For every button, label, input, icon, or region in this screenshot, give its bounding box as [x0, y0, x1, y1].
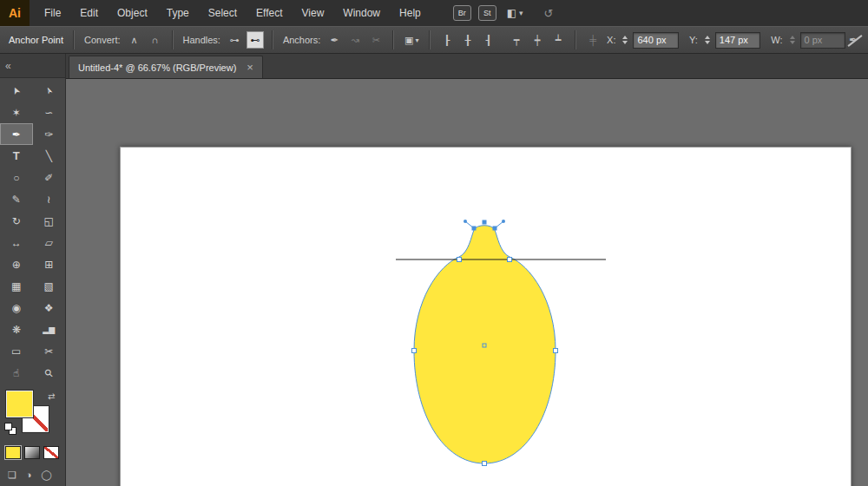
collapse-panel-icon[interactable]: « — [5, 60, 11, 72]
chevron-down-icon: ▾ — [415, 36, 418, 44]
anchor-point[interactable] — [554, 349, 558, 353]
lasso-tool[interactable]: ∽ — [33, 102, 66, 123]
gradient-mode-button[interactable] — [24, 446, 40, 459]
hand-tool[interactable]: ☝ — [0, 362, 33, 384]
scale-tool[interactable]: ◱ — [33, 210, 66, 232]
w-stepper — [790, 36, 795, 44]
select-similar-button[interactable]: ▣ ▾ — [402, 31, 421, 49]
menu-type[interactable]: Type — [157, 0, 199, 26]
menu-file[interactable]: File — [35, 0, 70, 26]
document-tab[interactable]: Untitled-4* @ 66.67% (RGB/Preview) × — [69, 56, 263, 78]
mesh-tool[interactable]: ▦ — [0, 275, 33, 297]
x-input[interactable]: 640 px — [633, 32, 678, 49]
artboard-tool[interactable]: ▭ — [0, 340, 33, 362]
handle-dot[interactable] — [502, 220, 505, 223]
anchor-point-selected[interactable] — [483, 220, 487, 225]
convert-to-smooth-button[interactable]: ∩ — [147, 31, 164, 49]
draw-behind-icon[interactable]: ◑ — [26, 470, 32, 481]
cut-path-button[interactable]: ✂ — [367, 31, 385, 49]
y-label: Y: — [689, 35, 698, 45]
perspective-grid-tool-icon: ⊞ — [44, 259, 53, 271]
rotate-tool[interactable]: ↻ — [0, 210, 33, 232]
ellipse-tool-icon: ○ — [13, 172, 19, 184]
align-horizontal-left-button[interactable]: ┠ — [438, 31, 456, 49]
hide-handles-button[interactable]: ⊶ — [226, 31, 243, 49]
shaper-tool[interactable]: ≀ — [33, 188, 66, 210]
paintbrush-tool-icon: ✐ — [44, 172, 53, 184]
color-mode-button[interactable] — [5, 446, 21, 459]
lemon-shape[interactable] — [414, 226, 556, 463]
y-input[interactable]: 147 px — [715, 32, 760, 49]
menu-object[interactable]: Object — [108, 0, 157, 26]
menu-window[interactable]: Window — [333, 0, 390, 26]
eyedropper-tool[interactable]: ◉ — [0, 297, 33, 319]
stock-button[interactable]: St — [478, 5, 496, 21]
menu-effect[interactable]: Effect — [247, 0, 292, 26]
align-horizontal-right-button[interactable]: ┨ — [480, 31, 497, 49]
symbol-sprayer-tool[interactable]: ❋ — [0, 319, 33, 340]
x-stepper[interactable] — [622, 36, 628, 44]
direct-selection-tool[interactable]: ➢ — [33, 80, 66, 102]
none-mode-button[interactable] — [43, 446, 59, 459]
menu-select[interactable]: Select — [199, 0, 247, 26]
align-horizontal-center-button[interactable]: ╂ — [459, 31, 477, 49]
draw-normal-icon[interactable]: ❏ — [8, 470, 16, 481]
anchor-point-selected[interactable] — [493, 227, 497, 231]
convert-to-corner-button[interactable]: ∧ — [126, 31, 143, 49]
paintbrush-tool[interactable]: ✐ — [33, 167, 66, 188]
ellipse-tool[interactable]: ○ — [0, 167, 33, 188]
swap-fill-stroke-icon[interactable]: ⇄ — [48, 391, 55, 401]
canvas[interactable] — [66, 79, 868, 486]
anchor-point[interactable] — [483, 462, 487, 466]
workspace-switcher[interactable]: ◧ ▾ — [507, 7, 523, 19]
blend-tool[interactable]: ❖ — [33, 297, 66, 319]
show-handles-button[interactable]: ⊷ — [247, 31, 264, 49]
curvature-tool-icon: ✑ — [44, 128, 53, 141]
zoom-tool[interactable]: ⚲ — [33, 362, 66, 384]
anchor-point-selected[interactable] — [472, 227, 477, 231]
remove-anchor-button[interactable]: ✒ — [326, 31, 343, 49]
menu-view[interactable]: View — [293, 0, 334, 26]
type-tool-icon: T — [13, 149, 20, 162]
line-segment-tool[interactable]: ╲ — [33, 145, 66, 167]
selection-tool-icon: ➤ — [10, 85, 23, 97]
sync-icon[interactable]: ↺ — [544, 7, 554, 20]
draw-mode-row: ❏ ◑ ◯ — [0, 461, 65, 481]
connect-endpoints-button[interactable]: ↝ — [346, 31, 364, 49]
draw-inside-icon[interactable]: ◯ — [42, 470, 52, 481]
pen-tool[interactable]: ✒ — [0, 123, 33, 145]
y-stepper[interactable] — [705, 36, 710, 44]
magic-wand-tool[interactable]: ✶ — [0, 102, 33, 123]
anchor-point[interactable] — [457, 258, 462, 262]
align-vertical-center-button[interactable]: ┿ — [529, 31, 546, 49]
align-vertical-center-icon: ┿ — [535, 35, 541, 46]
type-tool[interactable]: T — [0, 145, 33, 167]
curvature-tool[interactable]: ✑ — [33, 123, 66, 145]
hand-tool-icon: ☝ — [13, 367, 19, 379]
align-vertical-bottom-icon: ┷ — [556, 35, 562, 46]
cut-path-icon: ✂ — [372, 35, 380, 46]
perspective-grid-tool[interactable]: ⊞ — [33, 253, 66, 275]
align-vertical-bottom-button[interactable]: ┷ — [549, 31, 567, 49]
column-graph-tool[interactable]: ▂▆ — [33, 319, 66, 340]
fill-swatch[interactable] — [6, 391, 33, 417]
menu-help[interactable]: Help — [390, 0, 431, 26]
bridge-button[interactable]: Br — [453, 5, 471, 21]
distribute-spacing-button[interactable]: ╪ — [584, 31, 602, 49]
slice-tool[interactable]: ✂ — [33, 340, 66, 362]
width-tool[interactable]: ↔ — [0, 232, 33, 253]
handle-dot[interactable] — [464, 220, 467, 223]
close-icon[interactable]: × — [247, 62, 253, 73]
rotate-tool-icon: ↻ — [12, 215, 21, 227]
free-transform-tool[interactable]: ▱ — [33, 232, 66, 253]
default-fill-stroke-icon[interactable] — [4, 423, 18, 436]
shape-builder-tool[interactable]: ⊕ — [0, 253, 33, 275]
anchor-point[interactable] — [412, 349, 417, 353]
align-vertical-top-button[interactable]: ┯ — [508, 31, 525, 49]
pencil-tool[interactable]: ✎ — [0, 188, 33, 210]
menu-edit[interactable]: Edit — [70, 0, 108, 26]
selection-tool[interactable]: ➤ — [0, 80, 33, 102]
fill-stroke-swatches: ⇄ — [0, 387, 65, 439]
anchor-point[interactable] — [508, 258, 512, 262]
gradient-tool[interactable]: ▧ — [33, 275, 66, 297]
